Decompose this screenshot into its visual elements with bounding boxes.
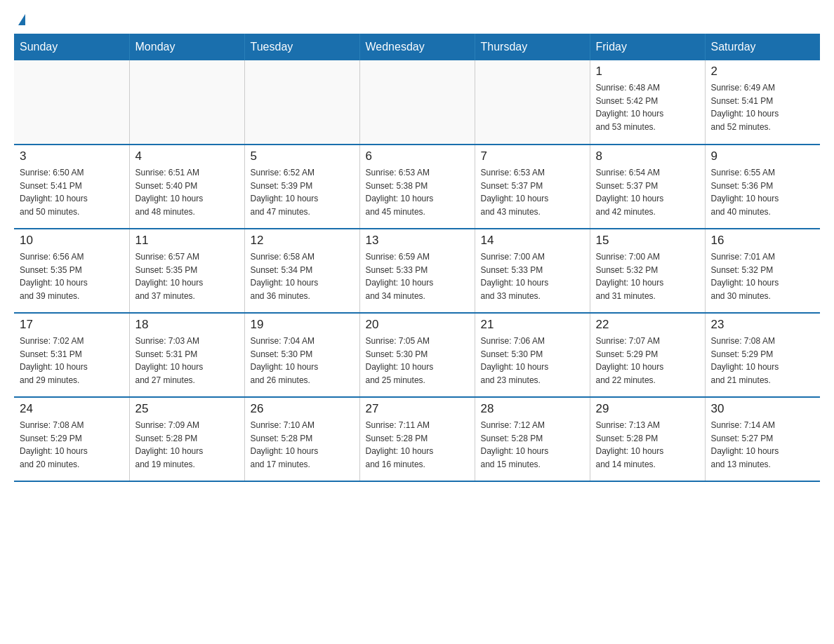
calendar-cell: 26Sunrise: 7:10 AMSunset: 5:28 PMDayligh… [244, 397, 359, 481]
calendar-cell: 20Sunrise: 7:05 AMSunset: 5:30 PMDayligh… [359, 313, 475, 397]
day-number: 26 [251, 402, 354, 416]
calendar-cell: 4Sunrise: 6:51 AMSunset: 5:40 PMDaylight… [129, 145, 244, 229]
day-number: 23 [711, 318, 815, 332]
day-info: Sunrise: 7:08 AMSunset: 5:29 PMDaylight:… [711, 335, 815, 387]
day-info: Sunrise: 6:57 AMSunset: 5:35 PMDaylight:… [135, 250, 239, 302]
day-info: Sunrise: 6:52 AMSunset: 5:39 PMDaylight:… [251, 166, 354, 218]
day-info: Sunrise: 7:10 AMSunset: 5:28 PMDaylight:… [251, 419, 354, 471]
day-number: 5 [251, 149, 354, 163]
weekday-header-wednesday: Wednesday [359, 34, 475, 60]
calendar-cell: 14Sunrise: 7:00 AMSunset: 5:33 PMDayligh… [475, 229, 590, 313]
calendar-cell: 11Sunrise: 6:57 AMSunset: 5:35 PMDayligh… [129, 229, 244, 313]
calendar-week-row: 3Sunrise: 6:50 AMSunset: 5:41 PMDaylight… [14, 145, 820, 229]
calendar-cell [475, 60, 590, 145]
calendar-cell: 29Sunrise: 7:13 AMSunset: 5:28 PMDayligh… [590, 397, 705, 481]
day-number: 27 [366, 402, 469, 416]
calendar-cell: 24Sunrise: 7:08 AMSunset: 5:29 PMDayligh… [14, 397, 129, 481]
calendar-cell: 9Sunrise: 6:55 AMSunset: 5:36 PMDaylight… [705, 145, 820, 229]
calendar-cell: 19Sunrise: 7:04 AMSunset: 5:30 PMDayligh… [244, 313, 359, 397]
calendar-cell: 3Sunrise: 6:50 AMSunset: 5:41 PMDaylight… [14, 145, 129, 229]
calendar-cell: 5Sunrise: 6:52 AMSunset: 5:39 PMDaylight… [244, 145, 359, 229]
day-number: 17 [20, 318, 124, 332]
day-number: 28 [481, 402, 584, 416]
day-number: 4 [135, 149, 239, 163]
day-info: Sunrise: 7:13 AMSunset: 5:28 PMDaylight:… [596, 419, 699, 471]
calendar-week-row: 1Sunrise: 6:48 AMSunset: 5:42 PMDaylight… [14, 60, 820, 145]
calendar-cell: 17Sunrise: 7:02 AMSunset: 5:31 PMDayligh… [14, 313, 129, 397]
weekday-header-row: SundayMondayTuesdayWednesdayThursdayFrid… [14, 34, 820, 60]
day-info: Sunrise: 7:00 AMSunset: 5:32 PMDaylight:… [596, 250, 699, 302]
day-number: 21 [481, 318, 584, 332]
page-header [14, 14, 820, 22]
calendar-cell: 10Sunrise: 6:56 AMSunset: 5:35 PMDayligh… [14, 229, 129, 313]
day-number: 10 [20, 234, 124, 248]
day-number: 6 [366, 149, 469, 163]
calendar-week-row: 17Sunrise: 7:02 AMSunset: 5:31 PMDayligh… [14, 313, 820, 397]
day-number: 18 [135, 318, 239, 332]
calendar-cell: 1Sunrise: 6:48 AMSunset: 5:42 PMDaylight… [590, 60, 705, 145]
day-info: Sunrise: 7:02 AMSunset: 5:31 PMDaylight:… [20, 335, 124, 387]
calendar-cell: 16Sunrise: 7:01 AMSunset: 5:32 PMDayligh… [705, 229, 820, 313]
calendar-cell: 2Sunrise: 6:49 AMSunset: 5:41 PMDaylight… [705, 60, 820, 145]
day-info: Sunrise: 6:48 AMSunset: 5:42 PMDaylight:… [596, 81, 699, 133]
day-number: 11 [135, 234, 239, 248]
day-number: 25 [135, 402, 239, 416]
day-number: 9 [711, 149, 815, 163]
day-info: Sunrise: 6:56 AMSunset: 5:35 PMDaylight:… [20, 250, 124, 302]
day-info: Sunrise: 7:04 AMSunset: 5:30 PMDaylight:… [251, 335, 354, 387]
calendar-table: SundayMondayTuesdayWednesdayThursdayFrid… [14, 34, 820, 482]
day-number: 29 [596, 402, 699, 416]
calendar-cell: 27Sunrise: 7:11 AMSunset: 5:28 PMDayligh… [359, 397, 475, 481]
day-number: 20 [366, 318, 469, 332]
weekday-header-tuesday: Tuesday [244, 34, 359, 60]
day-info: Sunrise: 7:07 AMSunset: 5:29 PMDaylight:… [596, 335, 699, 387]
calendar-cell: 30Sunrise: 7:14 AMSunset: 5:27 PMDayligh… [705, 397, 820, 481]
day-number: 19 [251, 318, 354, 332]
calendar-cell: 8Sunrise: 6:54 AMSunset: 5:37 PMDaylight… [590, 145, 705, 229]
day-info: Sunrise: 7:00 AMSunset: 5:33 PMDaylight:… [481, 250, 584, 302]
day-info: Sunrise: 7:08 AMSunset: 5:29 PMDaylight:… [20, 419, 124, 471]
day-info: Sunrise: 6:53 AMSunset: 5:38 PMDaylight:… [366, 166, 469, 218]
calendar-cell [129, 60, 244, 145]
day-info: Sunrise: 6:49 AMSunset: 5:41 PMDaylight:… [711, 81, 815, 133]
weekday-header-thursday: Thursday [475, 34, 590, 60]
day-number: 14 [481, 234, 584, 248]
day-number: 24 [20, 402, 124, 416]
calendar-cell: 12Sunrise: 6:58 AMSunset: 5:34 PMDayligh… [244, 229, 359, 313]
weekday-header-friday: Friday [590, 34, 705, 60]
day-number: 16 [711, 234, 815, 248]
day-number: 2 [711, 65, 815, 79]
day-number: 12 [251, 234, 354, 248]
weekday-header-monday: Monday [129, 34, 244, 60]
calendar-cell [359, 60, 475, 145]
day-number: 3 [20, 149, 124, 163]
calendar-cell: 13Sunrise: 6:59 AMSunset: 5:33 PMDayligh… [359, 229, 475, 313]
day-info: Sunrise: 6:58 AMSunset: 5:34 PMDaylight:… [251, 250, 354, 302]
day-info: Sunrise: 6:53 AMSunset: 5:37 PMDaylight:… [481, 166, 584, 218]
day-number: 22 [596, 318, 699, 332]
calendar-cell: 18Sunrise: 7:03 AMSunset: 5:31 PMDayligh… [129, 313, 244, 397]
day-info: Sunrise: 6:50 AMSunset: 5:41 PMDaylight:… [20, 166, 124, 218]
calendar-cell: 6Sunrise: 6:53 AMSunset: 5:38 PMDaylight… [359, 145, 475, 229]
day-info: Sunrise: 7:09 AMSunset: 5:28 PMDaylight:… [135, 419, 239, 471]
day-info: Sunrise: 7:05 AMSunset: 5:30 PMDaylight:… [366, 335, 469, 387]
calendar-cell [14, 60, 129, 145]
day-number: 1 [596, 65, 699, 79]
weekday-header-saturday: Saturday [705, 34, 820, 60]
day-number: 30 [711, 402, 815, 416]
calendar-cell: 7Sunrise: 6:53 AMSunset: 5:37 PMDaylight… [475, 145, 590, 229]
day-info: Sunrise: 7:06 AMSunset: 5:30 PMDaylight:… [481, 335, 584, 387]
calendar-cell: 22Sunrise: 7:07 AMSunset: 5:29 PMDayligh… [590, 313, 705, 397]
calendar-cell: 23Sunrise: 7:08 AMSunset: 5:29 PMDayligh… [705, 313, 820, 397]
day-info: Sunrise: 7:01 AMSunset: 5:32 PMDaylight:… [711, 250, 815, 302]
day-number: 13 [366, 234, 469, 248]
day-info: Sunrise: 6:59 AMSunset: 5:33 PMDaylight:… [366, 250, 469, 302]
day-info: Sunrise: 7:03 AMSunset: 5:31 PMDaylight:… [135, 335, 239, 387]
calendar-cell: 15Sunrise: 7:00 AMSunset: 5:32 PMDayligh… [590, 229, 705, 313]
day-number: 15 [596, 234, 699, 248]
calendar-cell: 21Sunrise: 7:06 AMSunset: 5:30 PMDayligh… [475, 313, 590, 397]
day-number: 8 [596, 149, 699, 163]
day-info: Sunrise: 6:54 AMSunset: 5:37 PMDaylight:… [596, 166, 699, 218]
day-info: Sunrise: 6:51 AMSunset: 5:40 PMDaylight:… [135, 166, 239, 218]
calendar-cell: 28Sunrise: 7:12 AMSunset: 5:28 PMDayligh… [475, 397, 590, 481]
